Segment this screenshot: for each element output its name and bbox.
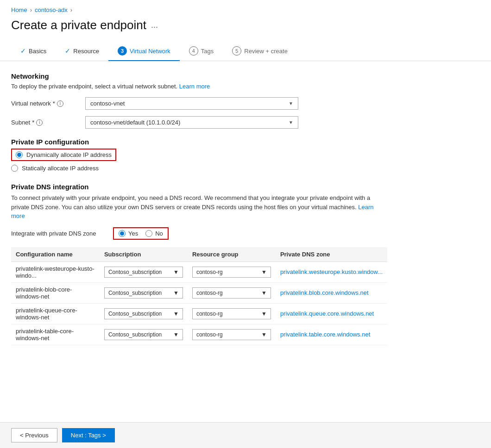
ellipsis-menu[interactable]: ... — [151, 20, 158, 30]
tab-num-review: 5 — [232, 46, 241, 56]
table-row: privatelink-table-core-windows-net Conto… — [11, 324, 387, 345]
chevron-down-icon: ▼ — [173, 311, 179, 317]
col-resource-group: Resource group — [188, 247, 276, 262]
dns-yes-radio[interactable] — [119, 230, 126, 237]
tab-virtual-network-label: Virtual Network — [130, 48, 170, 55]
tab-tags[interactable]: 4 Tags — [180, 42, 223, 61]
chevron-down-icon: ▼ — [261, 331, 267, 338]
chevron-down-icon: ▼ — [261, 311, 267, 317]
tab-tags-label: Tags — [201, 48, 214, 55]
tab-resource[interactable]: ✓ Resource — [56, 43, 108, 60]
virtual-network-field-row: Virtual network * i contoso-vnet ▼ — [11, 97, 387, 110]
dynamic-ip-highlighted: Dynamically allocate IP address — [11, 149, 116, 161]
dns-integrate-row: Integrate with private DNS zone Yes No — [11, 227, 387, 240]
col-config-name: Configuration name — [11, 247, 100, 262]
subnet-info-icon[interactable]: i — [36, 119, 43, 126]
check-icon-resource: ✓ — [65, 47, 70, 55]
tab-resource-label: Resource — [73, 48, 99, 55]
private-ip-title: Private IP configuration — [11, 138, 387, 146]
tab-basics-label: Basics — [29, 48, 46, 55]
chevron-down-icon: ▼ — [261, 269, 267, 275]
dns-zone-cell: privatelink.table.core.windows.net — [276, 324, 387, 345]
virtual-network-value: contoso-vnet — [90, 100, 125, 107]
table-row: privatelink-blob-core-windows-net Contos… — [11, 282, 387, 303]
resource-group-dropdown[interactable]: contoso-rg ▼ — [192, 329, 271, 340]
chevron-down-icon: ▼ — [173, 290, 179, 296]
subnet-value: contoso-vnet/default (10.1.0.0/24) — [90, 119, 180, 126]
main-content: Networking To deploy the private endpoin… — [0, 72, 398, 345]
subnet-field-row: Subnet * i contoso-vnet/default (10.1.0.… — [11, 116, 387, 129]
table-row: privatelink-queue-core-windows-net Conto… — [11, 303, 387, 324]
virtual-network-dropdown[interactable]: contoso-vnet ▼ — [85, 97, 298, 110]
tab-review-create[interactable]: 5 Review + create — [223, 42, 297, 61]
resource-group-cell: contoso-rg ▼ — [188, 324, 276, 345]
virtual-network-label: Virtual network * i — [11, 100, 85, 107]
subscription-dropdown[interactable]: Contoso_subscription ▼ — [104, 267, 183, 278]
subscription-dropdown[interactable]: Contoso_subscription ▼ — [104, 329, 183, 340]
dns-no-radio[interactable] — [145, 230, 152, 237]
tab-num-virtual-network: 3 — [118, 46, 127, 56]
chevron-down-icon-subnet: ▼ — [289, 120, 293, 125]
config-name-cell: privatelink-westeurope-kusto-windo... — [11, 261, 100, 282]
virtual-network-info-icon[interactable]: i — [57, 100, 63, 107]
table-row: privatelink-westeurope-kusto-windo... Co… — [11, 261, 387, 282]
dns-no-option[interactable]: No — [145, 230, 163, 237]
subscription-dropdown[interactable]: Contoso_subscription ▼ — [104, 308, 183, 319]
wizard-tabs: ✓ Basics ✓ Resource 3 Virtual Network 4 … — [0, 42, 491, 61]
resource-group-cell: contoso-rg ▼ — [188, 303, 276, 324]
col-subscription: Subscription — [100, 247, 188, 262]
breadcrumb-resource[interactable]: contoso-adx — [35, 6, 68, 13]
tab-num-tags: 4 — [189, 46, 198, 56]
static-ip-radio[interactable] — [11, 165, 18, 172]
resource-group-cell: contoso-rg ▼ — [188, 282, 276, 303]
chevron-down-icon: ▼ — [289, 101, 293, 106]
subscription-cell: Contoso_subscription ▼ — [100, 303, 188, 324]
private-ip-radio-group: Dynamically allocate IP address Statical… — [11, 149, 387, 172]
dns-zone-cell: privatelink.westeurope.kusto.window... — [276, 261, 387, 282]
dns-yes-option[interactable]: Yes — [119, 230, 138, 237]
networking-section: Networking To deploy the private endpoin… — [11, 72, 387, 129]
resource-group-dropdown[interactable]: contoso-rg ▼ — [192, 287, 271, 299]
private-dns-title: Private DNS integration — [11, 183, 387, 191]
dns-yes-label: Yes — [128, 230, 138, 237]
chevron-down-icon: ▼ — [261, 290, 267, 296]
subscription-cell: Contoso_subscription ▼ — [100, 261, 188, 282]
check-icon-basics: ✓ — [20, 47, 26, 55]
subscription-cell: Contoso_subscription ▼ — [100, 282, 188, 303]
dns-zone-cell: privatelink.queue.core.windows.net — [276, 303, 387, 324]
subnet-dropdown[interactable]: contoso-vnet/default (10.1.0.0/24) ▼ — [85, 116, 298, 129]
dns-integrate-radio-group: Yes No — [113, 227, 169, 240]
tab-virtual-network[interactable]: 3 Virtual Network — [108, 42, 180, 61]
subscription-dropdown[interactable]: Contoso_subscription ▼ — [104, 287, 183, 299]
dns-no-label: No — [155, 230, 163, 237]
networking-desc: To deploy the private endpoint, select a… — [11, 83, 387, 90]
dns-zone-cell: privatelink.blob.core.windows.net — [276, 282, 387, 303]
networking-learn-more-link[interactable]: Learn more — [179, 83, 210, 90]
subscription-cell: Contoso_subscription ▼ — [100, 324, 188, 345]
resource-group-cell: contoso-rg ▼ — [188, 261, 276, 282]
col-dns-zone: Private DNS zone — [276, 247, 387, 262]
dynamic-ip-label: Dynamically allocate IP address — [26, 151, 112, 158]
chevron-down-icon: ▼ — [173, 331, 179, 338]
tab-review-label: Review + create — [244, 48, 288, 55]
breadcrumb: Home › contoso-adx › — [0, 0, 491, 16]
static-ip-label: Statically allocate IP address — [22, 165, 99, 172]
subnet-label: Subnet * i — [11, 119, 85, 126]
page-title: Create a private endpoint — [11, 18, 146, 32]
private-ip-section: Private IP configuration Dynamically all… — [11, 138, 387, 172]
private-dns-desc: To connect privately with your private e… — [11, 193, 387, 221]
dns-table: Configuration name Subscription Resource… — [11, 247, 387, 345]
dynamic-ip-radio[interactable] — [16, 151, 23, 158]
page-title-area: Create a private endpoint ... — [0, 16, 491, 42]
breadcrumb-home[interactable]: Home — [11, 6, 27, 13]
private-dns-section: Private DNS integration To connect priva… — [11, 183, 387, 345]
resource-group-dropdown[interactable]: contoso-rg ▼ — [192, 267, 271, 278]
chevron-down-icon: ▼ — [173, 269, 179, 275]
dynamic-ip-option[interactable]: Dynamically allocate IP address — [11, 149, 387, 161]
networking-title: Networking — [11, 72, 387, 80]
resource-group-dropdown[interactable]: contoso-rg ▼ — [192, 308, 271, 319]
static-ip-option[interactable]: Statically allocate IP address — [11, 165, 387, 172]
config-name-cell: privatelink-blob-core-windows-net — [11, 282, 100, 303]
tab-basics[interactable]: ✓ Basics — [11, 43, 56, 60]
config-name-cell: privatelink-queue-core-windows-net — [11, 303, 100, 324]
